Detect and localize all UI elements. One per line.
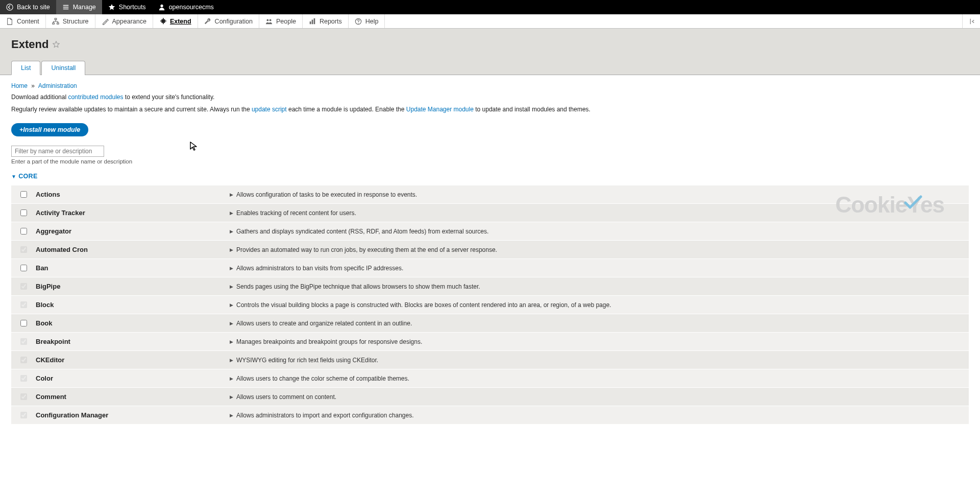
module-description-toggle[interactable]: ▶WYSIWYG editing for rich text fields us…	[230, 357, 969, 364]
module-description-toggle[interactable]: ▶Controls the visual building blocks a p…	[230, 301, 969, 309]
module-name: Activity Tracker	[36, 209, 230, 217]
admin-structure-link[interactable]: Structure	[46, 14, 95, 28]
module-description-toggle[interactable]: ▶Allows configuration of tasks to be exe…	[230, 191, 969, 198]
admin-extend-label: Extend	[170, 18, 191, 25]
orientation-toggle[interactable]	[962, 14, 980, 28]
manage-button[interactable]: Manage	[56, 0, 102, 14]
module-enable-checkbox	[20, 338, 27, 345]
module-description-toggle[interactable]: ▶Allows administrators to ban visits fro…	[230, 265, 969, 272]
triangle-right-icon: ▶	[230, 321, 233, 326]
admin-configuration-link[interactable]: Configuration	[198, 14, 259, 28]
shortcuts-button[interactable]: Shortcuts	[102, 0, 152, 14]
svg-rect-8	[312, 19, 313, 24]
hamburger-icon	[62, 4, 69, 11]
module-row: Actions▶Allows configuration of tasks to…	[11, 185, 969, 203]
module-description-toggle[interactable]: ▶Gathers and displays syndicated content…	[230, 228, 969, 235]
module-description-text: WYSIWYG editing for rich text fields usi…	[236, 357, 378, 364]
breadcrumb: Home » Administration	[11, 82, 969, 89]
module-description-text: Allows configuration of tasks to be exec…	[236, 191, 417, 198]
contributed-modules-link[interactable]: contributed modules	[68, 93, 123, 101]
module-enable-checkbox	[20, 246, 27, 253]
update-manager-link[interactable]: Update Manager module	[406, 106, 474, 113]
admin-extend-link[interactable]: Extend	[153, 14, 198, 28]
module-description-toggle[interactable]: ▶Provides an automated way to run cron j…	[230, 246, 969, 253]
admin-reports-label: Reports	[320, 18, 342, 25]
tab-list[interactable]: List	[11, 61, 40, 75]
module-enable-checkbox[interactable]	[20, 191, 27, 198]
triangle-right-icon: ▶	[230, 266, 233, 271]
module-enable-checkbox	[20, 412, 27, 418]
update-script-link[interactable]: update script	[252, 106, 287, 113]
puzzle-icon	[159, 18, 166, 25]
triangle-right-icon: ▶	[230, 210, 233, 216]
module-description-toggle[interactable]: ▶Allows administrators to import and exp…	[230, 412, 969, 419]
module-row: Comment▶Allows users to comment on conte…	[11, 387, 969, 406]
breadcrumb-home[interactable]: Home	[11, 82, 28, 89]
admin-reports-link[interactable]: Reports	[303, 14, 349, 28]
module-description-text: Allows users to create and organize rela…	[236, 320, 412, 327]
favorite-star-icon[interactable]	[53, 41, 60, 48]
module-name: Actions	[36, 191, 230, 198]
triangle-right-icon: ▶	[230, 302, 233, 308]
module-description-toggle[interactable]: ▶Allows users to create and organize rel…	[230, 320, 969, 327]
svg-point-1	[160, 5, 163, 7]
admin-help-label: Help	[365, 18, 379, 25]
module-name: Book	[36, 319, 230, 327]
module-enable-checkbox[interactable]	[20, 209, 27, 216]
user-icon	[158, 4, 165, 11]
module-description-toggle[interactable]: ▶Allows users to comment on content.	[230, 393, 969, 401]
module-description-toggle[interactable]: ▶Allows users to change the color scheme…	[230, 375, 969, 382]
module-enable-checkbox[interactable]	[20, 320, 27, 326]
module-description-text: Allows administrators to ban visits from…	[236, 265, 403, 272]
module-description-text: Manages breakpoints and breakpoint group…	[236, 338, 422, 345]
admin-content-link[interactable]: Content	[0, 14, 46, 28]
module-description-text: Controls the visual building blocks a pa…	[236, 301, 611, 309]
manage-label: Manage	[73, 4, 96, 11]
admin-help-link[interactable]: Help	[349, 14, 385, 28]
module-row: Ban▶Allows administrators to ban visits …	[11, 259, 969, 277]
module-enable-checkbox[interactable]	[20, 265, 27, 271]
triangle-right-icon: ▶	[230, 358, 233, 363]
svg-point-5	[266, 19, 268, 21]
admin-structure-label: Structure	[63, 18, 89, 25]
module-row: Configuration Manager▶Allows administrat…	[11, 406, 969, 424]
tab-uninstall[interactable]: Uninstall	[41, 61, 85, 75]
install-new-module-button[interactable]: +Install new module	[11, 123, 88, 136]
module-description-toggle[interactable]: ▶Manages breakpoints and breakpoint grou…	[230, 338, 969, 345]
star-icon	[108, 4, 115, 11]
admin-people-link[interactable]: People	[259, 14, 303, 28]
module-description-toggle[interactable]: ▶Sends pages using the BigPipe technique…	[230, 283, 969, 290]
module-name: Block	[36, 301, 230, 309]
section-core-toggle[interactable]: ▼CORE	[11, 173, 969, 180]
svg-rect-7	[310, 21, 311, 24]
module-row: Breakpoint▶Manages breakpoints and break…	[11, 332, 969, 350]
module-enable-checkbox[interactable]	[20, 228, 27, 235]
module-enable-checkbox	[20, 283, 27, 290]
module-name: Automated Cron	[36, 246, 230, 253]
module-description-toggle[interactable]: ▶Enables tracking of recent content for …	[230, 209, 969, 217]
triangle-right-icon: ▶	[230, 229, 233, 234]
filter-input[interactable]	[11, 146, 104, 157]
triangle-down-icon: ▼	[11, 174, 16, 179]
triangle-right-icon: ▶	[230, 284, 233, 289]
user-menu-button[interactable]: opensourcecms	[152, 0, 220, 14]
module-enable-checkbox	[20, 375, 27, 382]
module-name: Configuration Manager	[36, 411, 230, 419]
module-description-text: Allows users to comment on content.	[236, 393, 336, 401]
module-row: CKEditor▶WYSIWYG editing for rich text f…	[11, 350, 969, 369]
wrench-icon	[204, 18, 211, 25]
module-enable-checkbox	[20, 357, 27, 363]
admin-configuration-label: Configuration	[215, 18, 253, 25]
module-name: Breakpoint	[36, 338, 230, 345]
triangle-right-icon: ▶	[230, 413, 233, 418]
back-to-site-label: Back to site	[17, 4, 50, 11]
shortcuts-label: Shortcuts	[119, 4, 146, 11]
admin-content-label: Content	[17, 18, 39, 25]
breadcrumb-admin[interactable]: Administration	[38, 82, 77, 89]
admin-appearance-link[interactable]: Appearance	[95, 14, 153, 28]
module-description-text: Allows users to change the color scheme …	[236, 375, 409, 382]
svg-rect-3	[53, 22, 55, 24]
people-icon	[265, 18, 273, 25]
svg-rect-2	[55, 18, 57, 19]
back-to-site-button[interactable]: Back to site	[0, 0, 56, 14]
